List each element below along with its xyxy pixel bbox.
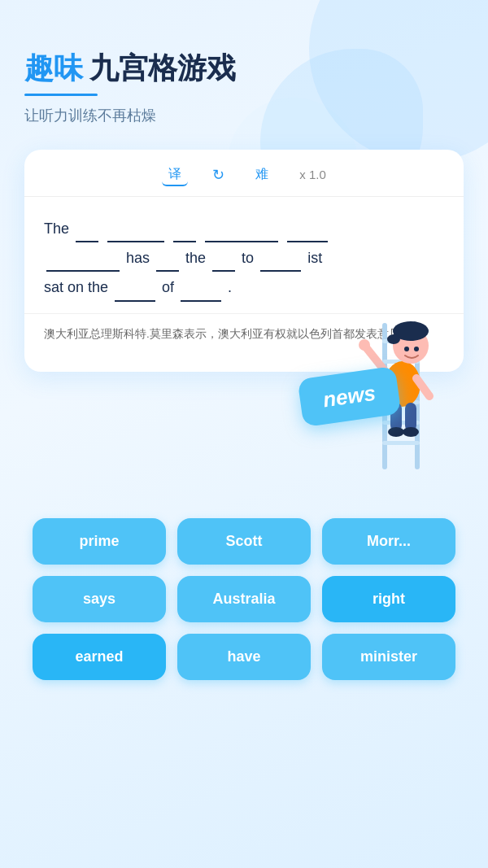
svg-point-14 [359,339,370,351]
word-has: has [126,250,154,266]
svg-point-18 [403,427,419,437]
title-highlight: 趣味 [24,49,83,89]
word-button-have[interactable]: have [177,634,311,680]
blank-2 [107,213,164,242]
word-ist: ist [307,250,322,266]
word-button-morr[interactable]: Morr... [322,518,455,565]
word-button-says[interactable]: says [33,576,166,622]
svg-point-11 [387,334,400,344]
title-section: 趣味 九宫格游戏 让听力训练不再枯燥 [24,49,464,125]
blank-6 [46,242,120,272]
word-the2: the [185,250,210,266]
word-button-earned[interactable]: earned [33,634,166,680]
word-to: to [242,250,254,266]
title-underline [24,94,98,96]
difficulty-button[interactable]: 难 [249,163,275,186]
word-grid: prime Scott Morr... says Australia right… [24,518,464,680]
word-button-scott[interactable]: Scott [177,518,311,565]
word-the: The [44,220,73,237]
svg-point-20 [414,347,419,351]
blank-1 [76,213,98,242]
word-button-australia[interactable]: Australia [177,576,311,622]
svg-rect-16 [405,403,416,431]
title-main: 九宫格游戏 [89,49,236,89]
svg-point-17 [388,427,404,437]
word-button-minister[interactable]: minister [322,634,455,680]
blank-4 [205,213,278,242]
word-sat: sat on the [44,279,112,295]
translate-button[interactable]: 译 [162,163,188,186]
refresh-icon[interactable]: ↻ [212,166,224,184]
word-button-prime[interactable]: prime [33,518,166,565]
word-period: . [228,279,232,295]
word-button-right[interactable]: right [322,576,455,622]
blank-10 [115,272,155,301]
subtitle: 让听力训练不再枯燥 [24,106,464,125]
svg-rect-7 [382,441,420,445]
blank-5 [287,213,328,242]
blank-7 [156,242,179,272]
blank-9 [260,242,301,272]
main-card: 译 ↻ 难 x 1.0 The has the to ist sat [24,150,464,372]
blank-8 [212,242,235,272]
word-of: of [162,279,178,295]
blank-11 [181,272,221,301]
blank-3 [173,213,196,242]
speed-label[interactable]: x 1.0 [299,168,326,181]
svg-point-19 [404,347,409,351]
card-toolbar: 译 ↻ 难 x 1.0 [24,150,464,186]
